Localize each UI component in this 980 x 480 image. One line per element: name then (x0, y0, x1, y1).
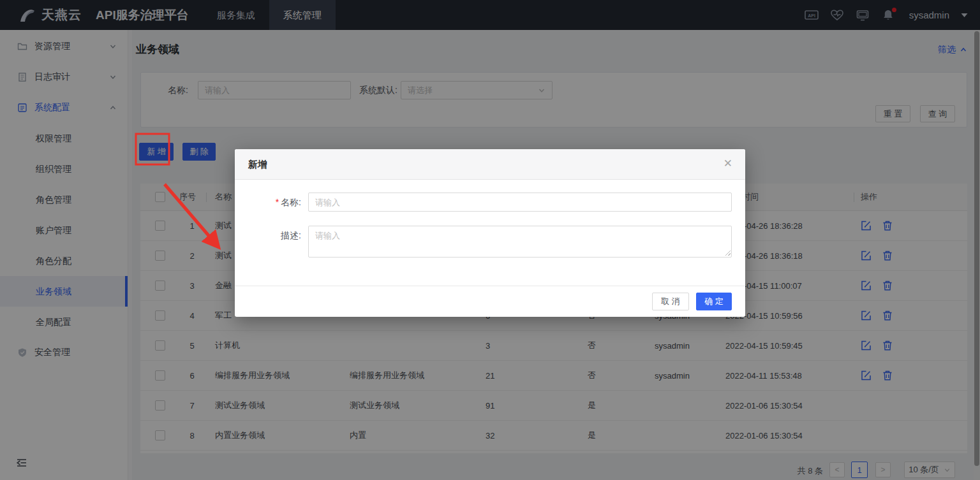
app-root: { "colors": {"accent": "#3667f5", "annot… (0, 0, 980, 480)
add-dialog: 新增 ✕ *名称: 描述: 取 消 确 定 (235, 149, 745, 317)
dialog-name-label: *名称: (235, 197, 301, 208)
required-mark: * (276, 197, 279, 207)
dialog-footer-divider (235, 286, 745, 286)
textarea-resize-handle[interactable] (725, 251, 731, 256)
dialog-desc-label-text: 描述: (281, 230, 301, 240)
dialog-name-label-text: 名称: (281, 197, 301, 207)
dialog-header: 新增 ✕ (235, 149, 745, 180)
close-icon[interactable]: ✕ (724, 157, 732, 170)
confirm-button[interactable]: 确 定 (696, 293, 732, 310)
cancel-button[interactable]: 取 消 (652, 293, 689, 310)
dialog-name-input[interactable] (308, 193, 732, 212)
dialog-desc-label: 描述: (235, 230, 301, 242)
dialog-title: 新增 (248, 159, 267, 171)
dialog-desc-textarea[interactable] (308, 226, 732, 258)
